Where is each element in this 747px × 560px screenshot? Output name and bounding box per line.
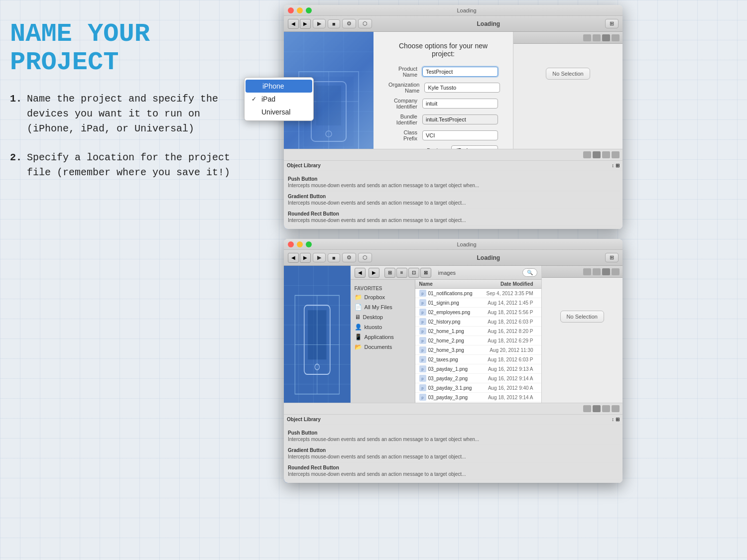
minimize-button-2[interactable] — [297, 241, 303, 247]
file-icon-8: p — [419, 365, 426, 372]
forward-button-2[interactable]: ▶ — [300, 253, 311, 263]
b-inspector-item-push-desc: Intercepts mouse-down events and sends a… — [288, 437, 479, 442]
sidebar-desktop[interactable]: 🖥 Desktop — [351, 312, 415, 322]
step-2: 2. Specify a location for the project fi… — [10, 150, 249, 180]
bottom-window-main: ◀ ▶ ⊞ ≡ ⊡ ⊠ images 🔍 FAVORITES — [284, 266, 622, 483]
view-cover[interactable]: ⊡ — [408, 268, 419, 278]
file-row-8[interactable]: p 03_payday_1.png Aug 16, 2012 9:13 A — [415, 364, 541, 374]
view-toggle-button[interactable]: ⊞ — [605, 19, 619, 28]
minimize-button[interactable] — [297, 7, 303, 13]
bi-icon-1[interactable] — [583, 151, 591, 158]
inspector-icon-1[interactable] — [583, 34, 591, 41]
scheme-button-2[interactable]: ⚙ — [342, 253, 356, 262]
bottom-inspector-library: Object Library ↕ ⊞ Push Button Intercept… — [284, 403, 622, 483]
inspector-item-push-name: Push Button — [288, 176, 619, 182]
bl-icon-1[interactable] — [583, 405, 591, 412]
bi-icon-3[interactable] — [602, 151, 610, 158]
back-button[interactable]: ◀ — [288, 19, 299, 29]
file-browser-toolbar: ◀ ▶ ⊞ ≡ ⊡ ⊠ images 🔍 — [351, 266, 541, 280]
company-id-input[interactable] — [422, 99, 498, 109]
bi-icon-2[interactable] — [593, 151, 601, 158]
filename-10: 03_payday_3.1.png — [428, 385, 473, 391]
top-xcode-window: Loading ◀ ▶ ▶ ■ ⚙ ⬡ Loading ⊞ — [284, 5, 622, 229]
bundle-id-input[interactable] — [422, 114, 498, 124]
file-row-3[interactable]: p 02_history.png Aug 18, 2012 6:03 P — [415, 317, 541, 327]
stop-button-2[interactable]: ■ — [328, 253, 340, 262]
bottom-toolbar: ◀ ▶ ▶ ■ ⚙ ⬡ Loading ⊞ — [284, 250, 622, 266]
inspector-icon-4[interactable] — [612, 34, 620, 41]
file-row-2[interactable]: p 02_employees.png Aug 18, 2012 5:56 P — [415, 308, 541, 317]
file-row-1[interactable]: p 01_signin.png Aug 14, 2012 1:45 P — [415, 298, 541, 308]
bi2-icon-2[interactable] — [593, 268, 601, 275]
org-name-row: Organization Name — [388, 82, 498, 94]
sidebar-ktuosto-label: ktuosto — [365, 324, 382, 330]
file-icon-3: p — [419, 318, 426, 325]
run-button-2[interactable]: ▶ — [313, 253, 326, 262]
file-row-7[interactable]: p 02_taxes.png Aug 18, 2012 6:03 P — [415, 355, 541, 364]
search-box[interactable]: 🔍 — [522, 268, 537, 277]
scheme-button[interactable]: ⚙ — [342, 19, 356, 28]
view-columns[interactable]: ⊞ — [384, 268, 395, 278]
dropbox-icon: 📁 — [355, 294, 362, 301]
col-date-header[interactable]: Date Modified — [473, 281, 537, 287]
sidebar-ktuosto[interactable]: 👤 ktuosto — [351, 322, 415, 332]
filedate-3: Aug 18, 2012 6:03 P — [473, 319, 537, 325]
breakpoint-button[interactable]: ⬡ — [358, 19, 372, 28]
bottom-xcode-window: Loading ◀ ▶ ▶ ■ ⚙ ⬡ Loading ⊞ — [284, 239, 622, 483]
file-icon-5: p — [419, 337, 426, 344]
view-list[interactable]: ≡ — [396, 268, 407, 278]
inspector-toolbar-icons — [583, 34, 620, 41]
bl-icon-4[interactable] — [612, 405, 620, 412]
bi2-icon-1[interactable] — [583, 268, 591, 275]
device-dropdown[interactable]: iPhone ✓ iPad Universal — [244, 77, 314, 121]
sidebar-documents[interactable]: 📂 Documents — [351, 342, 415, 352]
inspector-icon-2[interactable] — [593, 34, 601, 41]
org-name-input[interactable] — [424, 83, 500, 93]
bl-icon-3[interactable] — [602, 405, 610, 412]
bl-icon-2[interactable] — [593, 405, 601, 412]
file-row-11[interactable]: p 03_payday_3.png Aug 18, 2012 9:14 A — [415, 393, 541, 402]
file-row-4[interactable]: p 02_home_1.png Aug 16, 2012 8:20 P — [415, 327, 541, 336]
sidebar-dropbox[interactable]: 📁 Dropbox — [351, 292, 415, 302]
fb-forward[interactable]: ▶ — [369, 268, 379, 278]
close-button[interactable] — [288, 7, 294, 13]
close-button-2[interactable] — [288, 241, 294, 247]
class-prefix-input[interactable] — [422, 130, 498, 140]
page-title: NAME YOURPROJECT — [10, 20, 249, 77]
sidebar-applications[interactable]: 📱 Applications — [351, 332, 415, 342]
bi2-icon-4[interactable] — [612, 268, 620, 275]
maximize-button[interactable] — [306, 7, 312, 13]
col-name-header[interactable]: Name — [419, 281, 473, 287]
company-id-label: Company Identifier — [388, 98, 422, 110]
dropdown-item-universal[interactable]: Universal — [245, 106, 313, 118]
dropdown-item-ipad[interactable]: ✓ iPad — [245, 93, 313, 106]
bi-icon-4[interactable] — [612, 151, 620, 158]
inspector-toolbar-top — [513, 32, 622, 44]
file-row-5[interactable]: p 02_home_2.png Aug 18, 2012 6:29 P — [415, 336, 541, 345]
run-button[interactable]: ▶ — [313, 19, 326, 28]
file-row-10[interactable]: p 03_payday_3.1.png Aug 16, 2012 9:40 A — [415, 383, 541, 393]
window-title-2: Loading — [315, 241, 619, 247]
sidebar-all-files[interactable]: 📄 All My Files — [351, 302, 415, 312]
view-toggle-button-2[interactable]: ⊞ — [605, 253, 619, 262]
dropdown-item-iphone[interactable]: iPhone — [246, 80, 312, 93]
file-row-6[interactable]: p 02_home_3.png Aug 20, 2012 11:30 — [415, 345, 541, 355]
file-row-9[interactable]: p 03_payday_2.png Aug 16, 2012 9:14 A — [415, 374, 541, 383]
fb-back[interactable]: ◀ — [355, 268, 366, 278]
product-name-label: Product Name — [388, 66, 422, 78]
file-row-0[interactable]: p 01_notifications.png Sep 4, 2012 3:35 … — [415, 289, 541, 298]
bottom-window-titlebar: Loading — [284, 239, 622, 250]
inspector-icon-3[interactable] — [602, 34, 610, 41]
breakpoint-button-2[interactable]: ⬡ — [358, 253, 372, 262]
stop-button[interactable]: ■ — [328, 19, 340, 28]
file-rows-container: p 01_notifications.png Sep 4, 2012 3:35 … — [415, 289, 541, 418]
back-button-2[interactable]: ◀ — [288, 253, 299, 263]
bottom-toolbar-title: Loading — [477, 254, 500, 261]
view-coverflow[interactable]: ⊠ — [420, 268, 431, 278]
bi2-icon-3[interactable] — [602, 268, 610, 275]
all-files-icon: 📄 — [355, 304, 362, 311]
forward-button[interactable]: ▶ — [300, 19, 311, 29]
file-icon-6: p — [419, 346, 426, 353]
product-name-input[interactable] — [422, 67, 498, 77]
maximize-button-2[interactable] — [306, 241, 312, 247]
